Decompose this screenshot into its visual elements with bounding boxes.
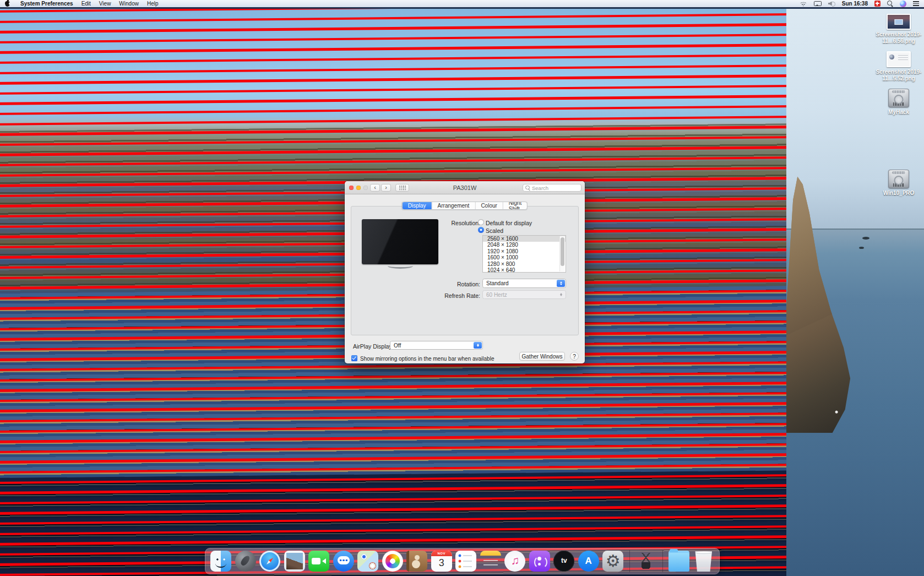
dock-calendar-icon[interactable]: NOV 3 <box>431 551 452 572</box>
wifi-icon[interactable] <box>800 1 807 7</box>
hard-drive-icon <box>888 89 909 107</box>
menu-window[interactable]: Window <box>119 1 139 7</box>
dock-itunes-icon[interactable]: ♫ <box>504 551 525 572</box>
wallpaper-rock <box>862 237 869 240</box>
resolution-list-scrollbar[interactable] <box>559 236 565 271</box>
menu-help[interactable]: Help <box>147 1 159 7</box>
desktop-icon-label: Screenshot 2019-11...5.52.png <box>872 69 924 82</box>
desktop-icon-label: Win10_PRO <box>872 190 924 197</box>
app-menu-system-preferences[interactable]: System Preferences <box>20 1 73 7</box>
forward-button[interactable]: › <box>381 184 391 192</box>
dock-contacts-icon[interactable] <box>406 551 427 572</box>
desktop-icon-label: MyHack <box>872 109 924 116</box>
rotation-value: Standard <box>486 280 509 286</box>
screenshot-thumbnail-icon <box>887 14 911 30</box>
volume-icon[interactable] <box>828 1 835 7</box>
rotation-dropdown[interactable]: Standard <box>482 279 566 288</box>
traffic-lights <box>349 186 368 190</box>
siri-icon[interactable] <box>900 1 906 7</box>
scrollbar-thumb[interactable] <box>561 237 564 266</box>
resolution-label: Resolution: <box>400 220 480 226</box>
refresh-rate-value: 60 Hertz <box>486 292 507 298</box>
refresh-rate-label: Refresh Rate: <box>400 292 480 299</box>
minimize-button[interactable] <box>356 186 361 190</box>
dock-maps-icon[interactable] <box>357 551 378 572</box>
search-field[interactable] <box>523 184 581 192</box>
dock-system-preferences-icon[interactable]: ⚙ <box>602 551 623 572</box>
desktop-icon-myhack-drive[interactable]: MyHack <box>872 89 924 116</box>
spotlight-icon[interactable] <box>887 1 893 7</box>
window-titlebar[interactable]: ‹ › PA301W <box>345 181 585 194</box>
dock-hackintool-icon[interactable] <box>635 551 656 572</box>
radio-scaled[interactable] <box>478 227 484 233</box>
resolution-list[interactable]: 2560 × 1600 2048 × 1280 1920 × 1080 1600… <box>482 235 566 273</box>
gather-windows-button[interactable]: Gather Windows <box>519 352 565 361</box>
stepper-arrows-icon <box>557 291 565 298</box>
menu-edit[interactable]: Edit <box>81 1 91 7</box>
dock-podcasts-icon[interactable] <box>529 551 550 572</box>
dock-safari-icon[interactable] <box>259 551 280 572</box>
dock-app-store-icon[interactable]: A <box>578 551 599 572</box>
airplay-value: Off <box>394 343 401 349</box>
resolution-option[interactable]: 1600 × 1000 <box>483 254 566 260</box>
resolution-option[interactable]: 1024 × 640 <box>483 267 566 273</box>
wallpaper-rock <box>859 247 864 249</box>
back-button[interactable]: ‹ <box>370 184 380 192</box>
dock-reminders-icon[interactable] <box>455 551 476 572</box>
dock-apple-tv-icon[interactable]: tv <box>553 551 574 572</box>
dock-photos-icon[interactable] <box>382 551 403 572</box>
dock-messages-icon[interactable] <box>333 551 354 572</box>
search-input[interactable] <box>532 185 579 191</box>
tab-display[interactable]: Display <box>403 202 432 209</box>
dock-facetime-icon[interactable] <box>308 551 329 572</box>
resolution-option[interactable]: 1920 × 1080 <box>483 248 566 254</box>
calendar-day: 3 <box>431 556 452 572</box>
menubar-clock[interactable]: Sun 16:38 <box>842 1 868 7</box>
show-all-button[interactable] <box>395 184 409 192</box>
display-preview-stand <box>388 263 413 269</box>
radio-default-label[interactable]: Default for display <box>486 220 532 226</box>
keyboard-flag-icon[interactable] <box>874 1 880 7</box>
tab-colour[interactable]: Colour <box>475 202 503 209</box>
airplay-dropdown[interactable]: Off <box>390 341 483 350</box>
resolution-option-selected[interactable]: 2560 × 1600 <box>483 236 566 242</box>
desktop-icon-label: Screenshot 2019-11...6.56.png <box>872 31 924 45</box>
dock-finder-icon[interactable] <box>210 551 231 572</box>
dock-downloads-folder-icon[interactable] <box>668 551 689 572</box>
desktop-icon-win10pro-drive[interactable]: Win10_PRO <box>872 170 924 197</box>
radio-scaled-label[interactable]: Scaled <box>486 227 503 234</box>
zoom-button <box>363 186 368 190</box>
dock: NOV 3 ♫ tv A ⚙ <box>205 548 720 574</box>
mirroring-checkbox-label[interactable]: Show mirroring options in the menu bar w… <box>360 356 494 362</box>
dock-trash-icon[interactable] <box>693 551 714 572</box>
stepper-arrows-icon <box>474 342 482 349</box>
resolution-option[interactable]: 2048 × 1280 <box>483 242 566 248</box>
dock-separator <box>662 550 663 572</box>
menubar-shadow <box>0 7 924 9</box>
dock-launchpad-icon[interactable] <box>235 551 256 572</box>
mirroring-checkbox[interactable] <box>351 355 357 361</box>
airplay-label: AirPlay Display: <box>353 343 394 350</box>
tab-night-shift[interactable]: Night Shift <box>503 202 527 209</box>
refresh-rate-dropdown: 60 Hertz <box>482 290 566 299</box>
menu-bar: System Preferences Edit View Window Help… <box>0 0 924 7</box>
apple-menu-icon[interactable] <box>5 1 10 7</box>
stepper-arrows-icon <box>557 280 565 287</box>
dock-mail-icon[interactable] <box>284 551 305 572</box>
system-preferences-window: ‹ › PA301W Display Arrangement Colour Ni… <box>345 181 585 363</box>
notification-list-icon[interactable] <box>913 1 919 6</box>
hard-drive-icon <box>888 170 909 188</box>
rotation-label: Rotation: <box>400 281 480 287</box>
tab-arrangement[interactable]: Arrangement <box>432 202 476 209</box>
dock-notes-icon[interactable] <box>480 551 501 572</box>
search-icon <box>525 186 530 191</box>
display-tabs: Display Arrangement Colour Night Shift <box>402 202 528 210</box>
desktop-icon-screenshot-1[interactable]: Screenshot 2019-11...6.56.png <box>872 14 924 45</box>
menu-view[interactable]: View <box>99 1 111 7</box>
help-button[interactable]: ? <box>570 352 579 361</box>
resolution-option[interactable]: 1280 × 800 <box>483 261 566 267</box>
close-button[interactable] <box>349 186 354 190</box>
desktop-icon-screenshot-2[interactable]: Screenshot 2019-11...5.52.png <box>872 51 924 82</box>
radio-default-for-display[interactable] <box>478 219 484 225</box>
screen-mirroring-icon[interactable] <box>814 1 822 6</box>
